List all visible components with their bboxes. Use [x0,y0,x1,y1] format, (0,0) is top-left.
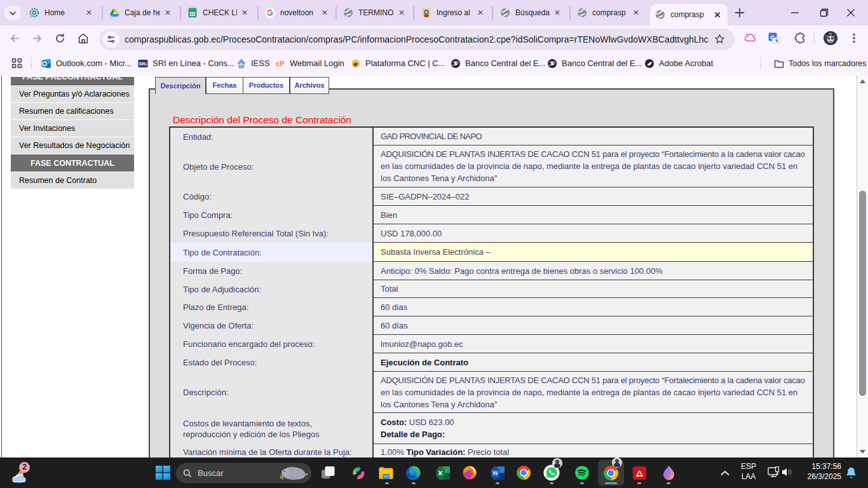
svg-text:cP: cP [276,60,284,67]
svg-text:SRI: SRI [139,61,147,67]
